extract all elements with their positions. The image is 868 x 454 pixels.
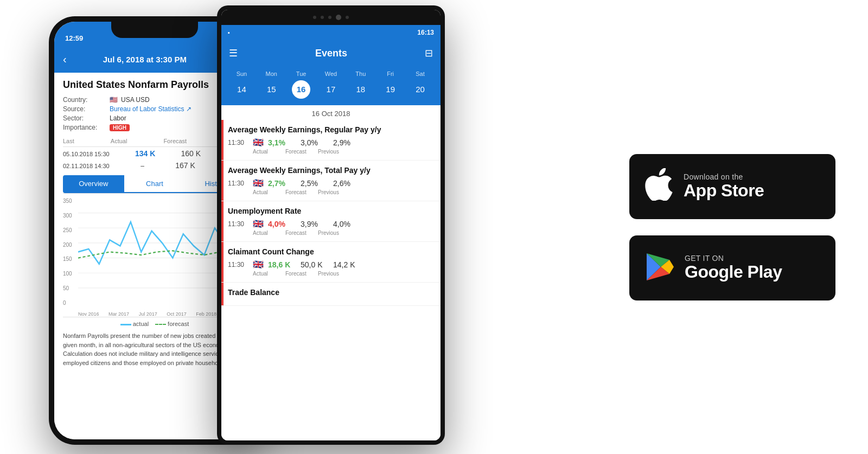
date-15[interactable]: 15 [259, 80, 283, 99]
event-prev-4: 14,2 K [333, 260, 355, 269]
event-name-1: Average Weekly Earnings, Regular Pay y/y [228, 125, 434, 134]
event-bar-5 [221, 283, 224, 305]
last-date: 05.10.2018 15:30 [63, 151, 110, 157]
forecast-label-2: Forecast [285, 189, 314, 195]
forecast-label-4: Forecast [285, 271, 314, 277]
date-18[interactable]: 18 [349, 80, 373, 99]
android-device: ▪ 16:13 ☰ Events ⊟ Sun Mon Tue Wed Thu F… [217, 5, 445, 445]
google-play-button[interactable]: GET IT ON Google Play [629, 235, 835, 300]
last-actual: 134 K [135, 149, 155, 158]
event-actual-1: 3,1% [268, 138, 296, 147]
event-item-5: Trade Balance [221, 283, 441, 306]
event-forecast-3: 3,9% [301, 220, 329, 228]
header-actual: Actual [111, 138, 127, 144]
next-actual: – [141, 162, 144, 170]
legend-actual: actual [120, 321, 149, 327]
event-sub-1: Actual Forecast Previous [253, 149, 434, 155]
next-date: 02.11.2018 14:30 [63, 163, 110, 169]
forecast-label-1: Forecast [285, 149, 314, 155]
events-list: 16 Oct 2018 Average Weekly Earnings, Reg… [221, 105, 441, 440]
day-thu: Thu [349, 71, 373, 77]
date-17[interactable]: 17 [319, 80, 343, 99]
importance-badge: HIGH [110, 124, 130, 131]
event-actual-4: 18,6 K [268, 260, 296, 269]
speaker-dot2 [321, 16, 324, 19]
chart-y-labels: 350 300 250 200 150 100 50 0 [63, 198, 78, 306]
day-fri: Fri [379, 71, 403, 77]
android-time: 16:13 [417, 29, 434, 36]
last-forecast: 160 K [181, 149, 201, 158]
event-name-2: Average Weekly Earnings, Total Pay y/y [228, 166, 434, 175]
battery-small-icon: ▪ [228, 29, 230, 36]
iphone-notch [111, 22, 198, 38]
sensor-dot [346, 16, 349, 19]
filter-icon[interactable]: ⊟ [425, 47, 433, 59]
event-flag-3: 🇬🇧 [253, 219, 264, 229]
event-item-4: Claimant Count Change 11:30 🇬🇧 18,6 K 50… [221, 242, 441, 283]
day-wed: Wed [319, 71, 343, 77]
apple-icon [644, 168, 673, 205]
event-row-1: 11:30 🇬🇧 3,1% 3,0% 2,9% [228, 137, 434, 148]
next-forecast: 167 K [175, 161, 195, 170]
country-value: USA USD [121, 96, 150, 104]
actual-label-1: Actual [253, 149, 281, 155]
source-value[interactable]: Bureau of Labor Statistics ↗ [110, 105, 192, 113]
event-flag-1: 🇬🇧 [253, 137, 264, 148]
event-prev-1: 2,9% [333, 138, 350, 147]
event-prev-2: 2,6% [333, 179, 350, 188]
hamburger-icon[interactable]: ☰ [229, 47, 238, 59]
date-header: 16 Oct 2018 [221, 105, 441, 120]
event-row-3: 11:30 🇬🇧 4,0% 3,9% 4,0% [228, 219, 434, 229]
tab-chart[interactable]: Chart [124, 175, 186, 193]
forecast-label-3: Forecast [285, 230, 314, 236]
day-sat: Sat [408, 71, 432, 77]
event-item-3: Unemployment Rate 11:30 🇬🇧 4,0% 3,9% 4,0… [221, 201, 441, 242]
day-mon: Mon [259, 71, 283, 77]
actual-label-2: Actual [253, 189, 281, 195]
event-bar-3 [221, 201, 224, 241]
event-item-2: Average Weekly Earnings, Total Pay y/y 1… [221, 161, 441, 201]
event-actual-3: 4,0% [268, 220, 296, 228]
previous-label-4: Previous [318, 271, 346, 277]
event-bar-1 [221, 120, 224, 160]
week-dates: 14 15 16 17 18 19 20 [227, 80, 435, 99]
speaker-dot3 [328, 16, 331, 19]
date-14[interactable]: 14 [229, 80, 253, 99]
event-sub-3: Actual Forecast Previous [253, 230, 434, 236]
event-bar-2 [221, 161, 224, 201]
importance-label: Importance: [63, 124, 106, 131]
date-20[interactable]: 20 [408, 80, 432, 99]
speaker-dot [313, 16, 316, 19]
event-flag-2: 🇬🇧 [253, 178, 264, 188]
header-last: Last [63, 138, 74, 144]
google-play-main: Google Play [685, 263, 782, 282]
event-sub-2: Actual Forecast Previous [253, 189, 434, 195]
week-days: Sun Mon Tue Wed Thu Fri Sat [227, 71, 435, 77]
week-strip: Sun Mon Tue Wed Thu Fri Sat 14 15 16 17 … [221, 66, 441, 105]
app-store-text: Download on the App Store [684, 172, 764, 200]
android-camera-bar [221, 10, 441, 25]
google-play-text: GET IT ON Google Play [685, 254, 782, 282]
actual-label-3: Actual [253, 230, 281, 236]
date-19[interactable]: 19 [379, 80, 403, 99]
app-store-button[interactable]: Download on the App Store [629, 154, 835, 219]
event-forecast-4: 50,0 K [301, 260, 329, 269]
event-forecast-1: 3,0% [301, 138, 329, 147]
android-screen: ▪ 16:13 ☰ Events ⊟ Sun Mon Tue Wed Thu F… [221, 10, 441, 440]
event-item-1: Average Weekly Earnings, Regular Pay y/y… [221, 120, 441, 161]
date-16[interactable]: 16 [292, 80, 310, 99]
event-time-3: 11:30 [228, 220, 248, 228]
source-label: Source: [63, 105, 106, 113]
google-play-sub: GET IT ON [685, 254, 782, 263]
tab-overview[interactable]: Overview [63, 175, 124, 193]
country-label: Country: [63, 96, 106, 104]
iphone-time: 12:59 [65, 34, 83, 43]
event-time-1: 11:30 [228, 139, 248, 146]
event-actual-2: 2,7% [268, 179, 296, 188]
sector-label: Sector: [63, 114, 106, 122]
flag-us: 🇺🇸 [110, 96, 118, 104]
event-flag-4: 🇬🇧 [253, 259, 264, 270]
previous-label-1: Previous [318, 149, 346, 155]
back-icon[interactable]: ‹ [63, 53, 67, 66]
iphone-nav-title: Jul 6, 2018 at 3:30 PM [73, 55, 216, 64]
